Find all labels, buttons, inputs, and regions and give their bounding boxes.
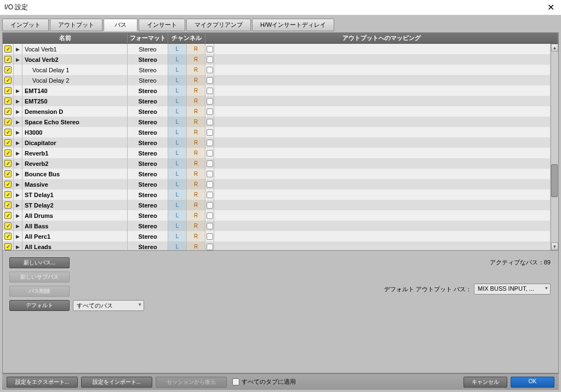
channel-R[interactable]: R — [187, 75, 205, 85]
row-map-checkbox[interactable] — [205, 158, 214, 169]
table-row[interactable]: ▶All DrumsStereoLR — [3, 210, 551, 221]
check-icon[interactable] — [4, 139, 12, 146]
row-name[interactable]: Vocal Delay 2 — [22, 75, 128, 85]
row-format[interactable]: Stereo — [128, 148, 168, 158]
row-map-checkbox[interactable] — [205, 241, 214, 250]
channel-L[interactable]: L — [168, 231, 187, 241]
channel-R[interactable]: R — [187, 210, 205, 221]
row-mapping[interactable] — [214, 200, 551, 210]
table-row[interactable]: ▶Reverb2StereoLR — [3, 158, 551, 169]
row-enable-checkbox[interactable] — [3, 75, 14, 85]
table-row[interactable]: ▶Demension DStereoLR — [3, 106, 551, 117]
row-format[interactable]: Stereo — [128, 158, 168, 169]
row-enable-checkbox[interactable] — [3, 200, 14, 210]
table-row[interactable]: ▶Vocal Verb1StereoLR — [3, 44, 551, 54]
row-format[interactable]: Stereo — [128, 106, 168, 117]
row-name[interactable]: Dicapitator — [22, 137, 128, 148]
channel-R[interactable]: R — [187, 200, 205, 210]
row-name[interactable]: Vocal Verb1 — [22, 44, 128, 54]
row-name[interactable]: ST Delay1 — [22, 189, 128, 200]
channel-L[interactable]: L — [168, 148, 187, 158]
expand-icon[interactable]: ▶ — [14, 200, 22, 210]
check-icon[interactable] — [4, 201, 12, 209]
channel-L[interactable]: L — [168, 117, 187, 127]
row-format[interactable]: Stereo — [128, 210, 168, 221]
channel-L[interactable]: L — [168, 189, 187, 200]
vertical-scrollbar[interactable]: ▲ ▼ — [551, 44, 558, 250]
table-row[interactable]: ▶EMT140StereoLR — [3, 85, 551, 96]
scroll-down-icon[interactable]: ▼ — [551, 243, 558, 250]
row-mapping[interactable] — [214, 169, 551, 179]
check-icon[interactable] — [4, 160, 12, 167]
check-icon[interactable] — [4, 108, 12, 115]
checkbox-icon[interactable] — [232, 378, 239, 385]
channel-L[interactable]: L — [168, 85, 187, 96]
expand-icon[interactable]: ▶ — [14, 179, 22, 189]
row-enable-checkbox[interactable] — [3, 221, 14, 231]
row-mapping[interactable] — [214, 127, 551, 137]
expand-icon[interactable]: ▶ — [14, 106, 22, 117]
row-name[interactable]: EMT140 — [22, 85, 128, 96]
expand-icon[interactable]: ▶ — [14, 189, 22, 200]
row-map-checkbox[interactable] — [205, 148, 214, 158]
row-map-checkbox[interactable] — [205, 127, 214, 137]
check-icon[interactable] — [4, 222, 12, 229]
channel-R[interactable]: R — [187, 179, 205, 189]
channel-L[interactable]: L — [168, 210, 187, 221]
row-mapping[interactable] — [214, 96, 551, 106]
row-map-checkbox[interactable] — [205, 231, 214, 241]
row-map-checkbox[interactable] — [205, 179, 214, 189]
row-enable-checkbox[interactable] — [3, 241, 14, 250]
expand-icon[interactable]: ▶ — [14, 137, 22, 148]
row-map-checkbox[interactable] — [205, 117, 214, 127]
close-icon[interactable]: ✕ — [545, 2, 557, 13]
check-icon[interactable] — [4, 170, 12, 177]
row-format[interactable]: Stereo — [128, 200, 168, 210]
check-icon[interactable] — [4, 191, 12, 198]
row-name[interactable]: Massive — [22, 179, 128, 189]
row-name[interactable]: Bounce Bus — [22, 169, 128, 179]
row-mapping[interactable] — [214, 158, 551, 169]
check-icon[interactable] — [4, 56, 12, 63]
tab-1[interactable]: アウトプット — [50, 19, 102, 31]
check-icon[interactable] — [4, 87, 12, 94]
row-mapping[interactable] — [214, 117, 551, 127]
row-name[interactable]: All Drums — [22, 210, 128, 221]
row-format[interactable]: Stereo — [128, 117, 168, 127]
table-row[interactable]: ▶MassiveStereoLR — [3, 179, 551, 189]
row-mapping[interactable] — [214, 75, 551, 85]
expand-icon[interactable]: ▶ — [14, 221, 22, 231]
row-map-checkbox[interactable] — [205, 200, 214, 210]
tab-3[interactable]: インサート — [139, 19, 185, 31]
table-row[interactable]: ▶ST Delay1StereoLR — [3, 189, 551, 200]
check-icon[interactable] — [4, 129, 12, 136]
expand-icon[interactable]: ▶ — [14, 44, 22, 54]
check-icon[interactable] — [4, 118, 12, 125]
row-name[interactable]: All Leads — [22, 241, 128, 250]
row-mapping[interactable] — [214, 241, 551, 250]
check-icon[interactable] — [4, 149, 12, 157]
row-name[interactable]: ST Delay2 — [22, 200, 128, 210]
check-icon[interactable] — [4, 243, 12, 250]
expand-icon[interactable] — [14, 65, 22, 75]
row-format[interactable]: Stereo — [128, 65, 168, 75]
expand-icon[interactable]: ▶ — [14, 54, 22, 65]
row-map-checkbox[interactable] — [205, 75, 214, 85]
channel-L[interactable]: L — [168, 106, 187, 117]
scroll-thumb[interactable] — [551, 164, 558, 197]
cancel-button[interactable]: キャンセル — [463, 377, 507, 388]
expand-icon[interactable]: ▶ — [14, 148, 22, 158]
row-enable-checkbox[interactable] — [3, 85, 14, 96]
row-format[interactable]: Stereo — [128, 127, 168, 137]
row-enable-checkbox[interactable] — [3, 137, 14, 148]
row-map-checkbox[interactable] — [205, 189, 214, 200]
check-icon[interactable] — [4, 233, 12, 240]
channel-L[interactable]: L — [168, 169, 187, 179]
channel-R[interactable]: R — [187, 54, 205, 65]
channel-R[interactable]: R — [187, 117, 205, 127]
default-output-select[interactable]: MIX BUSS INPUT, ... — [474, 284, 551, 295]
tab-0[interactable]: インプット — [2, 19, 49, 31]
new-path-button[interactable]: 新しいパス... — [9, 257, 70, 268]
row-enable-checkbox[interactable] — [3, 117, 14, 127]
check-icon[interactable] — [4, 77, 12, 84]
